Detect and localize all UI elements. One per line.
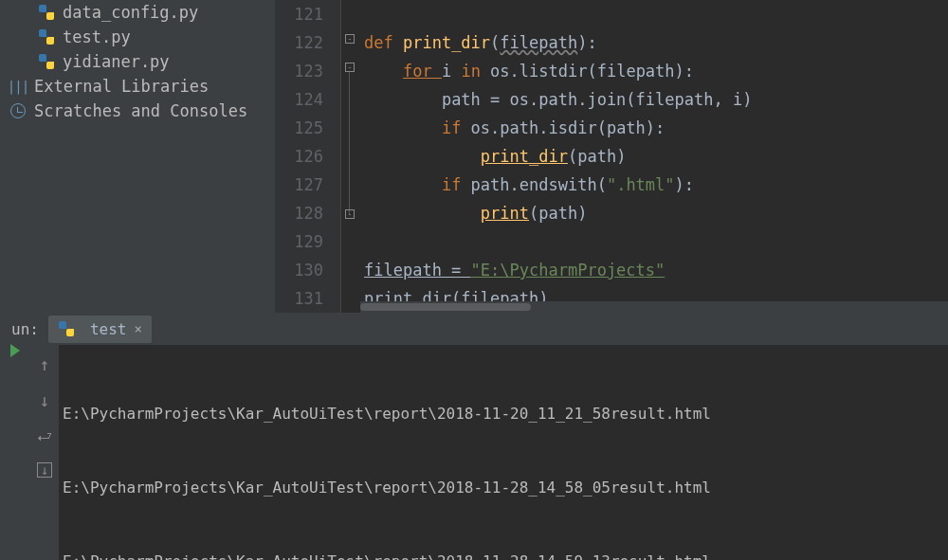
code-line: print(path) xyxy=(364,199,948,227)
console-output[interactable]: E:\PycharmProjects\Kar_AutoUiTest\report… xyxy=(59,345,948,560)
python-file-icon xyxy=(38,4,55,21)
console-line: E:\PycharmProjects\Kar_AutoUiTest\report… xyxy=(63,550,944,560)
tree-file-label: data_config.py xyxy=(63,3,198,22)
project-tree[interactable]: data_config.py test.py yidianer.py Exter… xyxy=(0,0,275,313)
close-icon[interactable]: × xyxy=(134,321,141,336)
line-number-gutter: 121 122 123 124 125 126 127 128 129 130 … xyxy=(275,0,341,313)
code-editor[interactable]: 121 122 123 124 125 126 127 128 129 130 … xyxy=(275,0,948,313)
code-line: if os.path.isdir(path): xyxy=(364,114,948,142)
tree-scratches[interactable]: Scratches and Consoles xyxy=(0,99,275,123)
tree-external-libraries[interactable]: External Libraries xyxy=(0,74,275,99)
tree-label: External Libraries xyxy=(34,77,209,96)
line-number: 131 xyxy=(275,284,323,313)
scratches-icon xyxy=(9,102,27,119)
console-line: E:\PycharmProjects\Kar_AutoUiTest\report… xyxy=(63,402,944,426)
code-line: filepath = "E:\PycharmProjects" xyxy=(364,256,948,284)
line-number: 126 xyxy=(275,142,323,171)
play-icon xyxy=(10,344,20,357)
tree-file-data-config[interactable]: data_config.py xyxy=(0,0,275,25)
code-line: print_dir(path) xyxy=(364,142,948,171)
run-button[interactable] xyxy=(6,341,25,360)
line-number: 129 xyxy=(275,227,323,256)
console-toolbar xyxy=(30,345,59,560)
code-line: if path.endswith(".html"): xyxy=(364,171,948,199)
horizontal-scrollbar[interactable] xyxy=(360,301,948,313)
code-line: path = os.path.join(filepath, i) xyxy=(364,85,948,114)
code-line: def print_dir(filepath): xyxy=(364,28,948,57)
scroll-up-button[interactable] xyxy=(35,354,54,373)
tree-file-label: test.py xyxy=(63,27,131,46)
scroll-to-end-button[interactable] xyxy=(37,462,52,478)
line-number: 130 xyxy=(275,256,323,284)
console-line: E:\PycharmProjects\Kar_AutoUiTest\report… xyxy=(63,476,944,500)
run-label: un: xyxy=(11,320,39,338)
line-number: 128 xyxy=(275,199,323,227)
code-line xyxy=(364,227,948,256)
python-file-icon xyxy=(38,28,55,45)
tree-file-test[interactable]: test.py xyxy=(0,25,275,49)
tree-label: Scratches and Consoles xyxy=(34,101,247,120)
python-file-icon xyxy=(38,53,55,70)
fold-marker-icon[interactable]: - xyxy=(345,63,355,72)
python-file-icon xyxy=(58,320,75,337)
scroll-down-button[interactable] xyxy=(35,390,54,409)
soft-wrap-button[interactable] xyxy=(35,426,54,445)
fold-gutter: - - - xyxy=(341,0,360,313)
line-number: 121 xyxy=(275,0,323,28)
line-number: 122 xyxy=(275,28,323,57)
line-number: 125 xyxy=(275,114,323,142)
line-number: 123 xyxy=(275,57,323,85)
code-line: for i in os.listdir(filepath): xyxy=(364,57,948,85)
run-tab-test[interactable]: test × xyxy=(48,316,152,343)
run-toolbar xyxy=(0,313,30,560)
tree-file-yidianer[interactable]: yidianer.py xyxy=(0,49,275,74)
fold-end-icon[interactable]: - xyxy=(345,209,355,219)
code-line xyxy=(364,0,948,28)
line-number: 124 xyxy=(275,85,323,114)
line-number: 127 xyxy=(275,171,323,199)
scrollbar-thumb[interactable] xyxy=(360,303,531,311)
tree-file-label: yidianer.py xyxy=(63,52,170,71)
run-tab-label: test xyxy=(90,320,127,338)
fold-marker-icon[interactable]: - xyxy=(345,34,355,44)
code-area[interactable]: def print_dir(filepath): for i in os.lis… xyxy=(360,0,948,313)
library-icon xyxy=(9,78,27,95)
run-tabs-bar: un: test × xyxy=(30,313,948,345)
run-panel: un: test × E:\PycharmProjects\Kar_AutoUi… xyxy=(0,313,948,560)
